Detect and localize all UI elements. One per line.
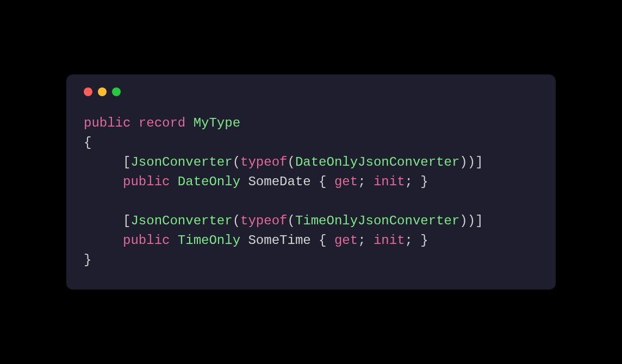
minimize-icon[interactable] (98, 87, 107, 96)
paren: ) (468, 214, 475, 228)
indent (84, 214, 123, 228)
close-icon[interactable] (84, 87, 92, 96)
semicolon: ; (358, 233, 365, 248)
brace-open: { (84, 135, 91, 150)
keyword-init: init (374, 233, 405, 248)
brace: { (319, 233, 326, 248)
semicolon: ; (405, 174, 413, 189)
code-line: [JsonConverter(typeof(TimeOnlyJsonConver… (84, 214, 483, 228)
indent (84, 233, 123, 248)
paren: ) (468, 155, 475, 170)
keyword-typeof: typeof (240, 155, 287, 170)
code-line: public DateOnly SomeDate { get; init; } (84, 174, 428, 189)
code-window: public record MyType { [JsonConverter(ty… (66, 74, 556, 290)
keyword-public: public (84, 116, 130, 130)
brace-close: } (84, 253, 91, 267)
window-titlebar (84, 87, 538, 96)
attribute-name: JsonConverter (130, 214, 232, 228)
code-block: public record MyType { [JsonConverter(ty… (84, 114, 538, 270)
semicolon: ; (358, 174, 365, 189)
code-line: [JsonConverter(typeof(DateOnlyJsonConver… (84, 155, 483, 170)
brace: { (319, 174, 326, 189)
indent (84, 155, 123, 170)
paren: ) (459, 214, 467, 228)
paren: ( (287, 155, 295, 170)
bracket: ] (475, 155, 483, 170)
bracket: [ (123, 155, 130, 170)
keyword-init: init (374, 174, 405, 189)
code-line: public TimeOnly SomeTime { get; init; } (84, 233, 428, 248)
paren: ( (233, 155, 240, 170)
keyword-get: get (334, 233, 358, 248)
code-line: } (84, 253, 91, 267)
paren: ( (287, 214, 295, 228)
keyword-get: get (334, 174, 358, 189)
maximize-icon[interactable] (112, 87, 121, 96)
paren: ( (233, 214, 240, 228)
property-name: SomeTime (248, 233, 310, 248)
keyword-typeof: typeof (240, 214, 287, 228)
code-line: { (84, 135, 91, 150)
code-line: public record MyType (84, 116, 240, 130)
bracket: ] (475, 214, 483, 228)
type-name: MyType (194, 116, 240, 130)
property-type: TimeOnly (178, 233, 240, 248)
bracket: [ (123, 214, 130, 228)
property-type: DateOnly (178, 174, 240, 189)
attribute-name: JsonConverter (130, 155, 232, 170)
semicolon: ; (405, 233, 413, 248)
keyword-record: record (139, 116, 185, 130)
property-name: SomeDate (248, 174, 310, 189)
keyword-public: public (123, 233, 170, 248)
converter-type: DateOnlyJsonConverter (295, 155, 459, 170)
brace: } (420, 233, 428, 248)
converter-type: TimeOnlyJsonConverter (295, 214, 459, 228)
brace: } (420, 174, 428, 189)
keyword-public: public (123, 174, 170, 189)
paren: ) (459, 155, 467, 170)
indent (84, 174, 123, 189)
